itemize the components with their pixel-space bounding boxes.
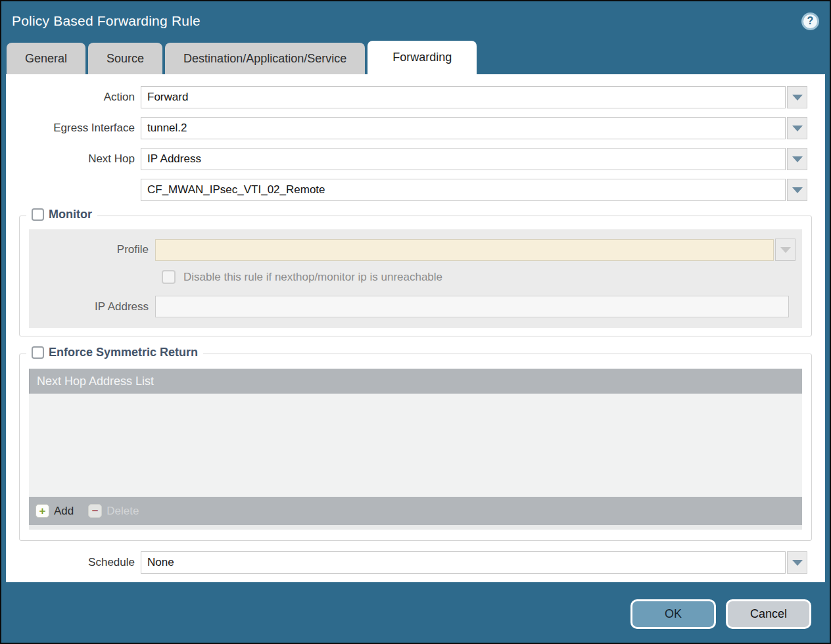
dialog-title: Policy Based Forwarding Rule xyxy=(12,13,201,29)
profile-label: Profile xyxy=(29,243,155,256)
next-hop-address-dropdown-button[interactable] xyxy=(787,179,807,201)
disable-rule-row: Disable this rule if nexthop/monitor ip … xyxy=(162,270,795,284)
next-hop-address-row: CF_MWAN_IPsec_VTI_02_Remote xyxy=(6,179,825,201)
policy-based-forwarding-dialog: Policy Based Forwarding Rule ? General S… xyxy=(0,0,831,644)
monitor-ip-address-row: IP Address xyxy=(29,296,795,317)
disable-rule-checkbox xyxy=(162,270,176,284)
chevron-down-icon xyxy=(792,560,803,566)
next-hop-select[interactable]: IP Address xyxy=(141,148,786,170)
profile-dropdown-button xyxy=(775,239,795,261)
ok-button[interactable]: OK xyxy=(630,599,716,629)
dialog-titlebar: Policy Based Forwarding Rule ? xyxy=(1,1,830,41)
next-hop-address-list-body[interactable] xyxy=(29,394,802,497)
egress-interface-label: Egress Interface xyxy=(6,122,141,135)
chevron-down-icon xyxy=(792,187,803,193)
add-button[interactable]: + Add xyxy=(36,504,74,518)
chevron-down-icon xyxy=(792,156,803,162)
monitor-ip-address-input xyxy=(155,296,789,317)
next-hop-address-list-header: Next Hop Address List xyxy=(29,369,802,394)
next-hop-row: Next Hop IP Address xyxy=(6,148,825,170)
tab-source[interactable]: Source xyxy=(88,43,162,74)
schedule-label: Schedule xyxy=(6,556,141,569)
next-hop-label: Next Hop xyxy=(6,152,141,166)
disable-rule-label: Disable this rule if nexthop/monitor ip … xyxy=(183,271,442,284)
chevron-down-icon xyxy=(792,126,803,131)
table-bottom-strip xyxy=(29,525,802,530)
add-button-label: Add xyxy=(54,505,74,518)
dialog-footer: OK Cancel xyxy=(1,582,830,643)
monitor-disabled-panel: Profile Disable this rule if nexthop/mon… xyxy=(29,229,802,328)
delete-button-label: Delete xyxy=(107,505,139,518)
monitor-fieldset: Monitor Profile Disable this rule if nex… xyxy=(19,216,812,336)
monitor-title: Monitor xyxy=(49,208,92,221)
egress-interface-dropdown-button[interactable] xyxy=(787,117,807,139)
profile-select xyxy=(155,239,774,261)
delete-button: − Delete xyxy=(88,504,139,518)
next-hop-address-select[interactable]: CF_MWAN_IPsec_VTI_02_Remote xyxy=(141,179,786,201)
monitor-ip-address-label: IP Address xyxy=(29,300,155,313)
egress-interface-select[interactable]: tunnel.2 xyxy=(141,117,786,139)
help-icon[interactable]: ? xyxy=(801,12,819,30)
tab-forwarding[interactable]: Forwarding xyxy=(368,41,477,74)
chevron-down-icon xyxy=(780,247,791,253)
action-select[interactable]: Forward xyxy=(141,86,786,108)
plus-icon: + xyxy=(36,504,49,518)
schedule-select[interactable]: None xyxy=(141,551,786,574)
action-dropdown-button[interactable] xyxy=(787,86,807,108)
tab-general[interactable]: General xyxy=(7,43,85,74)
symmetric-return-fieldset: Enforce Symmetric Return Next Hop Addres… xyxy=(19,354,812,541)
next-hop-address-list-toolbar: + Add − Delete xyxy=(29,497,802,525)
profile-row: Profile xyxy=(29,239,795,261)
next-hop-dropdown-button[interactable] xyxy=(787,148,807,170)
next-hop-address-table: Next Hop Address List + Add − Delete xyxy=(29,369,802,530)
egress-interface-row: Egress Interface tunnel.2 xyxy=(6,117,825,139)
schedule-dropdown-button[interactable] xyxy=(787,551,807,574)
enforce-symmetric-return-title: Enforce Symmetric Return xyxy=(49,346,198,359)
schedule-row: Schedule None xyxy=(6,551,825,574)
monitor-checkbox[interactable] xyxy=(32,208,44,221)
cancel-button[interactable]: Cancel xyxy=(726,599,811,629)
action-row: Action Forward xyxy=(6,86,825,108)
action-label: Action xyxy=(6,91,141,104)
tab-destination-application-service[interactable]: Destination/Application/Service xyxy=(165,43,365,74)
chevron-down-icon xyxy=(792,95,803,101)
enforce-symmetric-return-checkbox[interactable] xyxy=(32,346,44,359)
minus-icon: − xyxy=(88,504,102,518)
forwarding-tab-content: Action Forward Egress Interface tunnel.2… xyxy=(6,74,825,582)
tab-bar: General Source Destination/Application/S… xyxy=(1,41,830,74)
